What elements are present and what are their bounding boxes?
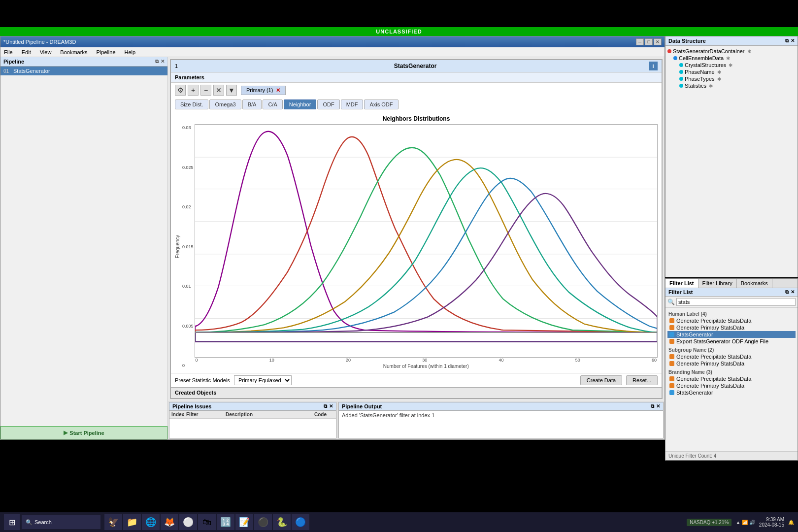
taskbar-app-python[interactable]: 🐍: [273, 514, 291, 530]
ds-float-icon[interactable]: ⧉: [785, 38, 789, 44]
preset-select[interactable]: Primary Equiaxed: [234, 375, 292, 385]
taskbar-app-calc[interactable]: 🔢: [217, 514, 234, 530]
info-button[interactable]: i: [649, 62, 658, 70]
windows-button[interactable]: ⊞: [4, 514, 20, 530]
phase-tab[interactable]: Primary (1) ✕: [241, 86, 286, 95]
chart-plot: [195, 124, 658, 358]
taskbar-app-store[interactable]: 🛍: [198, 514, 216, 530]
reset-button[interactable]: Reset...: [626, 375, 658, 385]
taskbar-apps: 🦅 📁 🌐 🦊 ⚪ 🛍 🔢 📝 ⚫ 🐍 🔵: [104, 514, 309, 530]
panel-close-icon[interactable]: ✕: [161, 59, 165, 65]
create-data-button[interactable]: Create Data: [580, 375, 622, 385]
filter-tab-library[interactable]: Filter Library: [698, 279, 737, 288]
filter-item-statsgenerator[interactable]: StatsGenerator: [667, 331, 796, 338]
filter-dot-bn-blue: [669, 390, 674, 395]
phase-tab-close[interactable]: ✕: [276, 87, 280, 94]
y-axis-ticks: 0.03 0.025 0.02 0.015 0.01 0.005 0: [182, 124, 194, 369]
tree-label-statistics: Statistics: [685, 83, 706, 89]
filter-button[interactable]: ▼: [226, 85, 237, 96]
chart-inner: Frequency 0.03 0.025 0.02 0.015 0.01 0.0…: [175, 124, 658, 369]
col-filter: Filter: [186, 412, 226, 417]
filter-item-sg-primary[interactable]: Generate Primary StatsData: [667, 360, 796, 367]
sys-tray: ▲ 📶 🔊: [735, 520, 755, 525]
filter-item-gen-precip-stats[interactable]: Generate Precipitate StatsData: [667, 317, 796, 324]
menu-help[interactable]: Help: [123, 49, 137, 56]
tab-mdf[interactable]: MDF: [341, 100, 364, 109]
tab-axis-odf[interactable]: Axis ODF: [364, 100, 398, 109]
filter-dot-bn-precip: [669, 376, 674, 381]
tree-dot-container: [667, 49, 671, 53]
panel-close-icon-output[interactable]: ✕: [656, 403, 660, 409]
fl-controls: ⧉ ✕: [785, 289, 795, 295]
ds-tree: StatsGeneratorDataContainer ✱ CellEnsemb…: [665, 46, 798, 277]
pipeline-output-panel: Pipeline Output ⧉ ✕ Added 'StatsGenerato…: [338, 402, 664, 438]
tab-size-dist[interactable]: Size Dist.: [175, 100, 208, 109]
taskbar-app-chrome[interactable]: ⚪: [179, 514, 197, 530]
panel-close-icon-issues[interactable]: ✕: [329, 403, 333, 409]
panel-float-icon-issues[interactable]: ⧉: [324, 403, 327, 409]
menu-view[interactable]: View: [38, 49, 53, 56]
remove-button[interactable]: −: [200, 85, 211, 96]
tab-ba[interactable]: B/A: [242, 100, 262, 109]
filter-dot-sg-precip: [669, 354, 674, 359]
filter-search-input[interactable]: [676, 298, 796, 306]
ds-close-icon[interactable]: ✕: [791, 38, 795, 44]
tree-label-crystalstructures: CrystalStructures: [685, 62, 726, 68]
data-structure-panel: Data Structure ⧉ ✕ StatsGeneratorDataCon…: [665, 36, 798, 277]
tab-neighbor[interactable]: Neighbor: [284, 100, 317, 109]
delete-button[interactable]: ✕: [213, 85, 224, 96]
ds-controls: ⧉ ✕: [785, 38, 795, 44]
top-black-bar: [0, 0, 798, 27]
filter-item-bn-primary[interactable]: Generate Primary StatsData: [667, 382, 796, 389]
filter-item-sg-precip[interactable]: Generate Precipitate StatsData: [667, 353, 796, 360]
main-content: Pipeline ⧉ ✕ 01 StatsGenerator ▶ Start P…: [0, 57, 665, 439]
filter-item-bn-statsgenerator[interactable]: StatsGenerator: [667, 389, 796, 396]
classification-text: UNCLASSIFIED: [376, 29, 422, 34]
minimize-button[interactable]: ─: [636, 38, 644, 45]
panel-float-icon-output[interactable]: ⧉: [651, 403, 654, 409]
taskbar-app-explorer[interactable]: 📁: [123, 514, 141, 530]
params-label: Parameters: [175, 74, 204, 80]
filter-item-bn-precip[interactable]: Generate Precipitate StatsData: [667, 375, 796, 382]
fl-close-icon[interactable]: ✕: [791, 289, 795, 295]
maximize-button[interactable]: □: [645, 38, 653, 45]
filter-item-export-odf[interactable]: Export StatsGenerator ODF Angle File: [667, 338, 796, 345]
dist-tabs: Size Dist. Omega3 B/A C/A Neighbor: [171, 98, 662, 111]
pipeline-issues-title: Pipeline Issues: [172, 403, 211, 409]
filter-item-gen-primary-stats[interactable]: Generate Primary StatsData: [667, 324, 796, 331]
bottom-panels: Pipeline Issues ⧉ ✕ Index Filter Descrip…: [168, 401, 665, 439]
start-pipeline-button[interactable]: ▶ Start Pipeline: [0, 426, 167, 439]
pipeline-item-statsgenerator[interactable]: 01 StatsGenerator: [0, 66, 167, 75]
taskbar-app-edge[interactable]: 🌐: [142, 514, 160, 530]
tab-odf[interactable]: ODF: [317, 100, 339, 109]
taskbar-app-vscode[interactable]: 📝: [235, 514, 253, 530]
notification-icon[interactable]: 🔔: [788, 520, 794, 525]
panel-float-icon[interactable]: ⧉: [155, 59, 159, 65]
stats-generator-panel: 1 StatsGenerator i Parameters ⚙ + − ✕ ▼ …: [170, 59, 663, 399]
right-content: 1 StatsGenerator i Parameters ⚙ + − ✕ ▼ …: [168, 57, 665, 439]
pipeline-panel-header: Pipeline ⧉ ✕: [0, 57, 167, 66]
menu-file[interactable]: File: [2, 49, 14, 56]
tab-ca[interactable]: C/A: [263, 100, 282, 109]
left-panel: Pipeline ⧉ ✕ 01 StatsGenerator ▶ Start P…: [0, 57, 168, 439]
filter-tab-bookmarks[interactable]: Bookmarks: [737, 279, 772, 288]
close-button[interactable]: ✕: [654, 38, 662, 45]
menu-bookmarks[interactable]: Bookmarks: [59, 49, 89, 56]
settings-button[interactable]: ⚙: [175, 85, 186, 96]
tab-omega3[interactable]: Omega3: [209, 100, 241, 109]
search-bar[interactable]: 🔍 Search: [22, 515, 100, 529]
tree-label-cellensemble: CellEnsembleData: [679, 55, 724, 61]
menu-pipeline[interactable]: Pipeline: [95, 49, 117, 56]
taskbar-app-1[interactable]: 🦅: [104, 514, 122, 530]
taskbar-app-terminal[interactable]: ⚫: [254, 514, 272, 530]
pipeline-output-title: Pipeline Output: [342, 403, 382, 409]
time-block: 9:39 AM 2024-08-15: [759, 517, 784, 528]
col-code: Code: [314, 412, 334, 417]
filter-tab-list[interactable]: Filter List: [665, 279, 698, 288]
taskbar-app-firefox[interactable]: 🦊: [161, 514, 178, 530]
add-button[interactable]: +: [188, 85, 199, 96]
taskbar-app-misc[interactable]: 🔵: [292, 514, 309, 530]
filter-group-human-label: Human Label (4): [667, 311, 796, 317]
menu-edit[interactable]: Edit: [20, 49, 33, 56]
fl-float-icon[interactable]: ⧉: [785, 289, 789, 295]
